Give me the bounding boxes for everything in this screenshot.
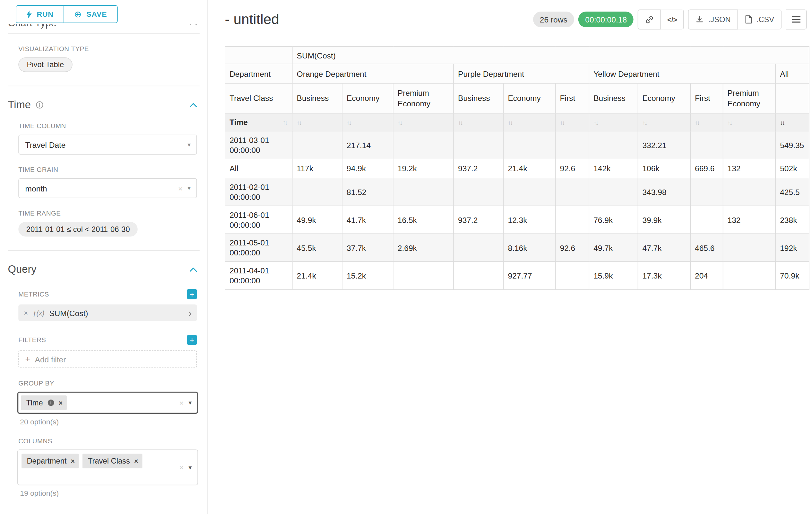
time-section-header[interactable]: Time: [8, 99, 197, 111]
clear-icon[interactable]: ×: [179, 398, 183, 407]
pivot-sort-cell[interactable]: ↑↓: [556, 113, 589, 131]
columns-pill-travel-class[interactable]: Travel Class ×: [83, 454, 143, 468]
pivot-value-cell: [690, 178, 723, 206]
pivot-sort-cell[interactable]: ↓↓: [775, 113, 809, 131]
copy-link-button[interactable]: [638, 9, 661, 29]
pivot-value-cell: 465.6: [690, 234, 723, 262]
download-csv-button[interactable]: .CSV: [738, 9, 782, 29]
pivot-class-header: Business: [454, 83, 503, 113]
pivot-sort-cell[interactable]: ↑↓: [292, 113, 342, 131]
time-label: Time: [230, 118, 248, 127]
download-json-button[interactable]: .JSON: [689, 9, 738, 29]
chevron-up-icon[interactable]: [190, 267, 197, 271]
chevron-down-icon[interactable]: ▾: [187, 184, 191, 192]
pivot-value-cell: 41.7k: [342, 206, 393, 234]
add-filter-plus-button[interactable]: +: [187, 335, 197, 345]
pivot-data-row: 2011-04-01 00:00:0021.4k15.2k927.7715.9k…: [225, 262, 809, 290]
pivot-value-cell: 549.35: [775, 131, 809, 159]
chevron-down-icon[interactable]: ▾: [188, 399, 192, 406]
query-section-header[interactable]: Query: [8, 264, 197, 276]
sort-icon[interactable]: ↑↓: [458, 119, 463, 127]
pivot-sort-cell[interactable]: ↑↓: [454, 113, 503, 131]
sort-icon[interactable]: ↑↓: [695, 119, 700, 127]
sort-icon[interactable]: ↑↓: [560, 119, 565, 127]
chevron-right-icon[interactable]: ›: [188, 308, 192, 318]
columns-select[interactable]: Department × Travel Class × × ▾: [17, 450, 198, 485]
chart-title: - untitled: [225, 11, 279, 28]
pivot-class-header: Economy: [638, 83, 691, 113]
remove-pill-icon[interactable]: ×: [134, 457, 138, 465]
pivot-data-row: 2011-05-01 00:00:0045.5k37.7k2.69k8.16k9…: [225, 234, 809, 262]
pivot-row-label: 2011-02-01 00:00:00: [225, 178, 292, 206]
pivot-value-cell: 37.7k: [342, 234, 393, 262]
metric-item[interactable]: × ƒ(x) SUM(Cost) ›: [18, 304, 197, 321]
clear-icon[interactable]: ×: [179, 463, 183, 472]
pivot-value-cell: 19.2k: [393, 159, 454, 178]
pivot-sort-cell[interactable]: ↑↓: [638, 113, 691, 131]
select-adornments: × ▾: [179, 463, 192, 472]
pivot-table: SUM(Cost)DepartmentOrange DepartmentPurp…: [225, 46, 809, 290]
remove-pill-icon[interactable]: ×: [71, 457, 75, 465]
pivot-sort-cell[interactable]: ↑↓: [503, 113, 556, 131]
sort-icon[interactable]: ↑↓: [297, 119, 302, 127]
pivot-class-header: Economy: [503, 83, 556, 113]
menu-button[interactable]: [786, 9, 807, 29]
sidebar-scroll-content: Chart Type VISUALIZATION TYPE Pivot Tabl…: [0, 0, 207, 514]
run-button[interactable]: RUN: [17, 6, 63, 23]
pivot-value-cell: [393, 178, 454, 206]
save-label: SAVE: [86, 10, 107, 18]
pivot-value-cell: [393, 262, 454, 290]
pivot-time-header[interactable]: Time↑↓: [225, 113, 292, 131]
pivot-value-cell: 15.2k: [342, 262, 393, 290]
pivot-value-cell: 76.9k: [589, 206, 638, 234]
metrics-label: METRICS: [18, 290, 49, 298]
pivot-sort-cell[interactable]: ↑↓: [723, 113, 776, 131]
chevron-down-icon[interactable]: ▾: [188, 464, 192, 471]
sort-icon[interactable]: ↑↓: [728, 119, 733, 127]
add-metric-button[interactable]: +: [187, 289, 197, 299]
visualization-type-pill[interactable]: Pivot Table: [18, 57, 72, 72]
pivot-value-cell: [589, 131, 638, 159]
sort-icon[interactable]: ↑↓: [508, 119, 513, 127]
pivot-sort-cell[interactable]: ↑↓: [589, 113, 638, 131]
pivot-sort-cell[interactable]: ↑↓: [393, 113, 454, 131]
pivot-value-cell: 192k: [775, 234, 809, 262]
hamburger-icon: [792, 17, 801, 23]
group-by-pill-time[interactable]: Time ×: [21, 396, 67, 410]
pivot-value-cell: [723, 234, 776, 262]
clear-icon[interactable]: ×: [178, 184, 183, 193]
time-range-label: TIME RANGE: [18, 210, 197, 217]
pivot-sort-cell[interactable]: ↑↓: [690, 113, 723, 131]
add-filter-button[interactable]: + Add filter: [18, 350, 197, 368]
pivot-class-header: First: [556, 83, 589, 113]
sort-icon[interactable]: ↑↓: [347, 119, 352, 127]
time-range-pill[interactable]: 2011-01-01 ≤ col < 2011-06-30: [18, 222, 138, 237]
view-query-button[interactable]: </>: [661, 9, 684, 29]
sort-icon[interactable]: ↓↓: [780, 119, 785, 127]
sort-icon[interactable]: ↑↓: [398, 119, 403, 127]
pivot-group-header: Yellow Department: [589, 64, 775, 83]
chevron-up-icon[interactable]: [190, 103, 197, 107]
chevron-down-icon[interactable]: ▾: [187, 141, 191, 148]
pivot-corner-cell: [225, 47, 292, 64]
pivot-row-label: 2011-04-01 00:00:00: [225, 262, 292, 290]
plus-icon: +: [25, 354, 30, 364]
pivot-row-label: 2011-03-01 00:00:00: [225, 131, 292, 159]
pivot-value-cell: 927.77: [503, 262, 556, 290]
group-by-select[interactable]: Time × × ▾: [17, 391, 198, 414]
pivot-class-header: Premium Economy: [393, 83, 454, 113]
pivot-value-cell: 49.7k: [589, 234, 638, 262]
sort-icon[interactable]: ↑↓: [283, 118, 288, 126]
sort-icon[interactable]: ↑↓: [593, 119, 599, 127]
pivot-value-cell: 238k: [775, 206, 809, 234]
pivot-value-cell: [723, 178, 776, 206]
save-button[interactable]: ⊕ SAVE: [63, 6, 117, 23]
remove-pill-icon[interactable]: ×: [59, 399, 63, 407]
pivot-sort-cell[interactable]: ↑↓: [342, 113, 393, 131]
time-column-select[interactable]: Travel Date ▾: [18, 135, 197, 155]
time-grain-select[interactable]: month × ▾: [18, 178, 197, 198]
pivot-value-cell: [454, 178, 503, 206]
columns-pill-department[interactable]: Department ×: [22, 454, 79, 468]
sort-icon[interactable]: ↑↓: [642, 119, 647, 127]
remove-metric-icon[interactable]: ×: [24, 309, 28, 317]
